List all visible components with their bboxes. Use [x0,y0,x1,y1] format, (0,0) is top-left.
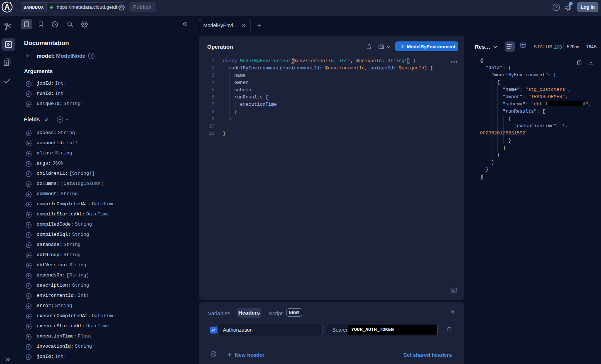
svg-text:A: A [4,3,10,12]
